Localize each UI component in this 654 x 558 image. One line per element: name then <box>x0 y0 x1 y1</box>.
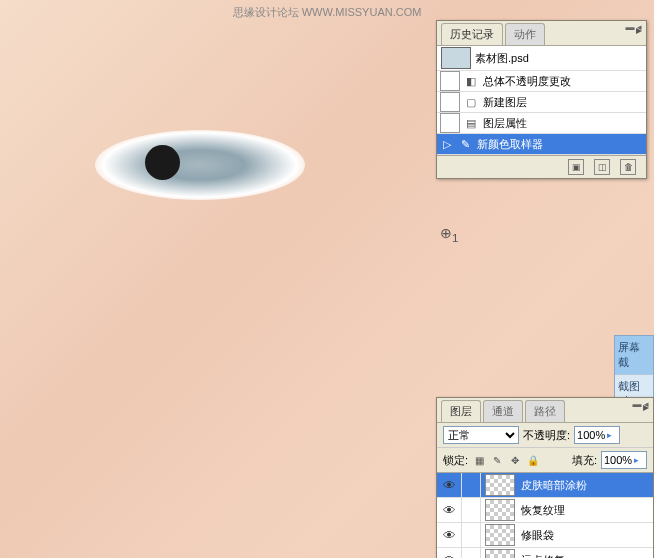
history-item-label: 图层属性 <box>479 116 646 131</box>
layer-row[interactable]: 👁 修眼袋 <box>437 523 653 548</box>
link-col[interactable] <box>462 473 481 497</box>
link-col[interactable] <box>462 548 481 558</box>
history-item[interactable]: ▢ 新建图层 <box>437 92 646 113</box>
layer-thumb <box>485 474 515 496</box>
history-item-label: 总体不透明度更改 <box>479 74 646 89</box>
history-slot-icon <box>440 113 460 133</box>
history-item-label: 新颜色取样器 <box>473 137 646 152</box>
layer-thumb <box>485 524 515 546</box>
tab-layers[interactable]: 图层 <box>441 400 481 422</box>
lock-move-icon[interactable]: ✥ <box>508 453 522 467</box>
opacity-input[interactable]: 100%▸ <box>574 426 620 444</box>
layer-thumb <box>485 549 515 558</box>
history-item-label: 新建图层 <box>479 95 646 110</box>
history-panel: ▬ ◂ 历史记录 动作 ▸ 素材图.psd ◧ 总体不透明度更改 ▢ 新建图层 … <box>436 20 647 179</box>
panel-menu-icon[interactable]: ▸ <box>643 400 649 414</box>
layers-panel: ▬ ◂ 图层 通道 路径 ▸ 正常 不透明度: 100%▸ 锁定: ▦ ✎ ✥ … <box>436 397 654 558</box>
tab-history[interactable]: 历史记录 <box>441 23 503 45</box>
chevron-right-icon[interactable]: ▸ <box>634 455 639 465</box>
properties-icon: ▤ <box>463 117 479 130</box>
link-col[interactable] <box>462 498 481 522</box>
visibility-icon[interactable]: 👁 <box>437 498 462 522</box>
side-item-screenshot[interactable]: 屏幕截 <box>615 336 653 375</box>
photo-pupil <box>145 145 180 180</box>
visibility-icon[interactable]: 👁 <box>437 548 462 558</box>
fill-label: 填充: <box>572 453 597 468</box>
link-col[interactable] <box>462 523 481 547</box>
photo-eye <box>95 130 305 200</box>
history-footer: ▣ ◫ 🗑 <box>437 155 646 178</box>
sampler-index: 1 <box>452 231 458 244</box>
layer-lock-row: 锁定: ▦ ✎ ✥ 🔒 填充: 100%▸ <box>437 448 653 473</box>
lock-label: 锁定: <box>443 453 468 468</box>
opacity-label: 不透明度: <box>523 428 570 443</box>
chevron-right-icon[interactable]: ▸ <box>607 430 612 440</box>
tab-channels[interactable]: 通道 <box>483 400 523 422</box>
history-item-selected[interactable]: ▷ ✎ 新颜色取样器 <box>437 134 646 155</box>
history-slot-icon <box>440 71 460 91</box>
visibility-icon[interactable]: 👁 <box>437 473 462 497</box>
layer-name: 远点修复 <box>519 553 565 559</box>
layer-name: 修眼袋 <box>519 528 554 543</box>
tab-paths[interactable]: 路径 <box>525 400 565 422</box>
tab-actions[interactable]: 动作 <box>505 23 545 45</box>
snapshot-name: 素材图.psd <box>475 51 529 66</box>
history-slot-icon <box>440 92 460 112</box>
lock-all-icon[interactable]: 🔒 <box>526 453 540 467</box>
layers-tabs: 图层 通道 路径 ▸ <box>437 398 653 423</box>
lock-brush-icon[interactable]: ✎ <box>490 453 504 467</box>
history-pointer-icon: ▷ <box>437 138 457 151</box>
history-snapshot-row[interactable]: 素材图.psd <box>437 46 646 71</box>
layer-name: 恢复纹理 <box>519 503 565 518</box>
layer-thumb <box>485 499 515 521</box>
snapshot-thumb <box>441 47 471 69</box>
color-sampler-cursor: ⊕1 <box>440 225 458 244</box>
fill-input[interactable]: 100%▸ <box>601 451 647 469</box>
layer-name: 皮肤暗部涂粉 <box>519 478 587 493</box>
history-item[interactable]: ▤ 图层属性 <box>437 113 646 134</box>
layer-blend-row: 正常 不透明度: 100%▸ <box>437 423 653 448</box>
visibility-icon[interactable]: 👁 <box>437 523 462 547</box>
new-snapshot-icon[interactable]: ▣ <box>568 159 584 175</box>
layer-row[interactable]: 👁 恢复纹理 <box>437 498 653 523</box>
panel-menu-icon[interactable]: ▸ <box>636 23 642 37</box>
lock-transparent-icon[interactable]: ▦ <box>472 453 486 467</box>
sampler-icon: ✎ <box>457 138 473 151</box>
layer-row[interactable]: 👁 远点修复 <box>437 548 653 558</box>
history-tabs: 历史记录 动作 ▸ <box>437 21 646 46</box>
blend-mode-select[interactable]: 正常 <box>443 426 519 444</box>
trash-icon[interactable]: 🗑 <box>620 159 636 175</box>
watermark-text: 思缘设计论坛 WWW.MISSYUAN.COM <box>0 5 654 20</box>
new-layer-icon: ▢ <box>463 96 479 109</box>
opacity-icon: ◧ <box>463 75 479 88</box>
layer-row-selected[interactable]: 👁 皮肤暗部涂粉 <box>437 473 653 498</box>
new-doc-icon[interactable]: ◫ <box>594 159 610 175</box>
history-item[interactable]: ◧ 总体不透明度更改 <box>437 71 646 92</box>
